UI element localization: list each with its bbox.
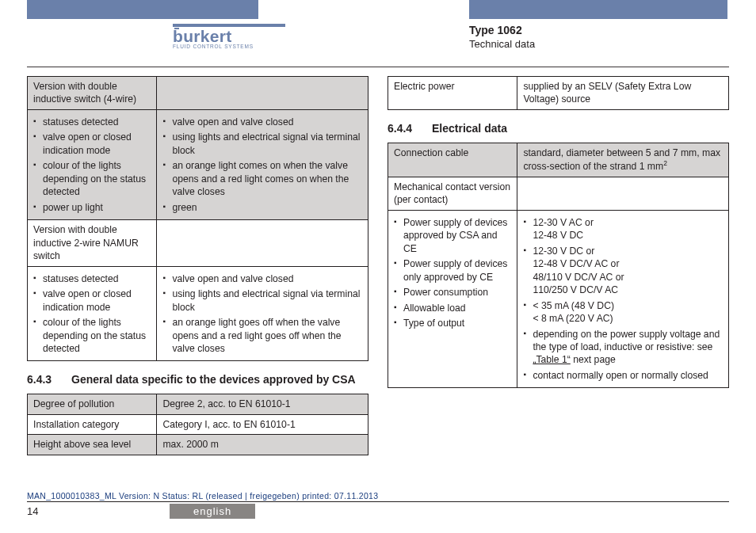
list-item: statuses detected (33, 116, 151, 128)
page-header: burkert FLUID CONTROL SYSTEMS Type 1062 … (27, 22, 729, 62)
list-item: using lights and electrical signal via t… (162, 131, 362, 157)
list-item: 12-30 V AC or12-48 V DC (523, 216, 723, 242)
table-row: Mechanical contact version (per contact) (388, 177, 729, 210)
list-item: 12-30 V DC or12-48 V DC/V AC or48/110 V … (523, 245, 723, 297)
txt: depending on the power supply voltage an… (533, 329, 720, 352)
list-item: valve open or closed indication mode (33, 287, 151, 314)
table-row: statuses detected valve open or closed i… (28, 266, 368, 361)
list-item: contact normally open or normally closed (523, 369, 723, 382)
cell: Degree 2, acc. to EN 61010-1 (157, 394, 368, 414)
txt: 48/110 V DC/V AC or (533, 272, 624, 283)
txt: < 35 mA (48 V DC) (533, 300, 614, 311)
list-item: valve open and valve closed (162, 116, 362, 128)
superscript: 2 (663, 159, 667, 167)
list-item: Power consumption (394, 286, 511, 299)
table-row: Connection cable standard, diameter betw… (388, 143, 729, 177)
cell: supplied by an SELV (Safety Extra Low Vo… (517, 77, 729, 110)
table-row: Installation category Category I, acc. t… (28, 414, 368, 434)
footer-rule (27, 501, 729, 502)
list-item: Power supply of devices only approved by… (394, 257, 511, 284)
section-num: 6.4.3 (27, 372, 71, 387)
table-row: Version with double inductive switch (4-… (28, 77, 368, 110)
cell: statuses detected valve open or closed i… (28, 109, 157, 219)
content-columns: Version with double inductive switch (4-… (27, 76, 729, 485)
cell: Degree of pollution (28, 394, 157, 414)
cell-text: standard, diameter between 5 and 7 mm, m… (523, 147, 720, 173)
list-item: depending on the power supply voltage an… (523, 328, 723, 367)
cell: Installation category (28, 414, 157, 434)
list-item: green (162, 201, 362, 214)
cell: standard, diameter between 5 and 7 mm, m… (517, 143, 729, 177)
doc-meta: MAN_1000010383_ML Version: N Status: RL … (27, 491, 729, 501)
cell: Connection cable (388, 143, 517, 177)
txt: 12-30 V DC or (533, 246, 594, 257)
language-badge: english (170, 504, 255, 519)
cell-header: Mechanical contact version (per contact) (388, 177, 517, 210)
cell: max. 2000 m (157, 435, 368, 455)
txt: 12-48 V DC (533, 230, 583, 241)
cell: valve open and valve closed using lights… (157, 109, 368, 219)
txt: 12-30 V AC or (533, 217, 594, 228)
table-row: Degree of pollution Degree 2, acc. to EN… (28, 394, 368, 414)
list-item: colour of the lights depending on the st… (33, 159, 151, 198)
table-link[interactable]: „Table 1“ (533, 354, 570, 365)
section-heading-644: 6.4.4 Electrical data (388, 121, 729, 136)
page: burkert FLUID CONTROL SYSTEMS Type 1062 … (0, 0, 756, 533)
header-bar-left (27, 0, 258, 19)
list-item: power up light (33, 201, 151, 214)
list-item: an orange light goes off when the valve … (162, 316, 362, 355)
section-title: Electrical data (432, 121, 729, 136)
table-row: Height above sea level max. 2000 m (28, 435, 368, 455)
list-item: < 35 mA (48 V DC)< 8 mA (220 V AC) (523, 299, 723, 326)
header-rule (27, 67, 729, 67)
table-row: Power supply of devices approved by CSA … (388, 210, 729, 388)
cell: Electric power (388, 77, 517, 110)
list-item: valve open and valve closed (162, 272, 362, 285)
page-footer: MAN_1000010383_ML Version: N Status: RL … (27, 491, 729, 519)
cell-empty (517, 177, 729, 210)
header-right: Type 1062 Technical data (469, 24, 535, 50)
table-lights: Version with double inductive switch (4-… (27, 76, 368, 361)
column-left: Version with double inductive switch (4-… (27, 76, 368, 485)
brand-tagline: FLUID CONTROL SYSTEMS (173, 44, 285, 49)
header-bar-right (469, 0, 727, 19)
section-num: 6.4.4 (388, 121, 432, 136)
table-csa: Degree of pollution Degree 2, acc. to EN… (27, 394, 368, 455)
cell: Height above sea level (28, 435, 157, 455)
table-row: Electric power supplied by an SELV (Safe… (388, 77, 729, 110)
list-item: Power supply of devices approved by CSA … (394, 216, 511, 255)
section-title: General data specific to the devices app… (71, 372, 368, 387)
txt: 110/250 V DC/V AC (533, 284, 618, 295)
list-item: Type of output (394, 317, 511, 329)
cell: 12-30 V AC or12-48 V DC 12-30 V DC or12-… (517, 210, 729, 388)
doc-type: Type 1062 (469, 24, 535, 36)
txt: < 8 mA (220 V AC) (533, 313, 613, 324)
list-item: Allowable load (394, 302, 511, 314)
cell: Power supply of devices approved by CSA … (388, 210, 517, 388)
list-item: colour of the lights depending on the st… (33, 316, 151, 355)
table-electrical: Connection cable standard, diameter betw… (388, 143, 729, 389)
brand-name: burkert (173, 29, 285, 44)
doc-section: Technical data (469, 38, 535, 50)
cell-header: Version with double inductive 2-wire NAM… (28, 220, 157, 266)
list-item: an orange light comes on when the valve … (162, 159, 362, 198)
txt: 12-48 V DC/V AC or (533, 258, 619, 269)
list-item: using lights and electrical signal via t… (162, 287, 362, 314)
cell-empty (157, 77, 368, 110)
brand-logo: burkert FLUID CONTROL SYSTEMS (173, 24, 285, 49)
list-item: statuses detected (33, 272, 151, 285)
footer-row: 14 english (27, 504, 729, 519)
column-right: Electric power supplied by an SELV (Safe… (388, 76, 729, 485)
section-heading-643: 6.4.3 General data specific to the devic… (27, 372, 368, 387)
list-item: valve open or closed indication mode (33, 131, 151, 157)
txt: next page (571, 354, 616, 365)
cell: valve open and valve closed using lights… (157, 266, 368, 361)
cell: Category I, acc. to EN 61010-1 (157, 414, 368, 434)
page-number: 14 (27, 505, 74, 517)
cell-header: Version with double inductive switch (4-… (28, 77, 157, 110)
header-bars (0, 0, 756, 19)
table-row: statuses detected valve open or closed i… (28, 109, 368, 219)
table-row: Version with double inductive 2-wire NAM… (28, 220, 368, 266)
cell-empty (157, 220, 368, 266)
cell: statuses detected valve open or closed i… (28, 266, 157, 361)
